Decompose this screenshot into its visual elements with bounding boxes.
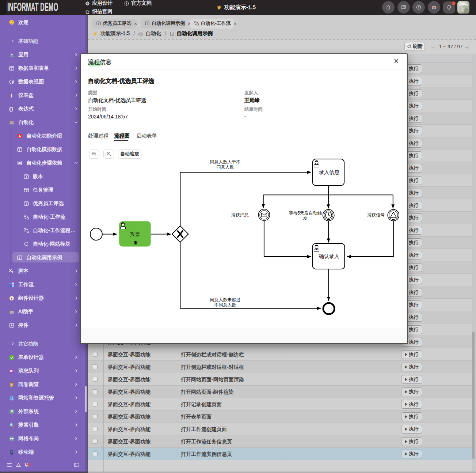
svg-text:录入信息: 录入信息 xyxy=(319,169,340,175)
svg-text:同意人数大于不: 同意人数大于不 xyxy=(210,159,241,164)
svg-text:捕获信号: 捕获信号 xyxy=(367,212,385,217)
svg-text:同意人数未超过: 同意人数未超过 xyxy=(210,297,241,302)
svg-text:投票: 投票 xyxy=(130,231,140,237)
svg-text:A: A xyxy=(19,134,21,138)
svg-text:确认录入: 确认录入 xyxy=(319,253,339,259)
svg-text:发: 发 xyxy=(303,216,308,221)
svg-text:等待5天后自动触: 等待5天后自动触 xyxy=(289,211,322,216)
svg-text:同意人数: 同意人数 xyxy=(217,164,234,170)
svg-text:不同意人数: 不同意人数 xyxy=(214,302,236,307)
svg-text:捕获消息: 捕获消息 xyxy=(231,212,249,217)
